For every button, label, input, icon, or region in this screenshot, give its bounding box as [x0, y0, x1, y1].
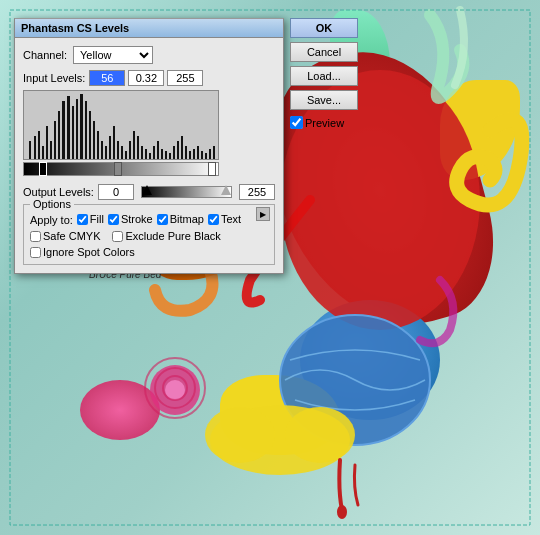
fill-checkbox[interactable]: [77, 214, 88, 225]
svg-rect-35: [117, 141, 119, 160]
exclude-pure-black-label: Exclude Pure Black: [125, 230, 220, 242]
svg-point-10: [285, 407, 355, 463]
svg-rect-55: [197, 146, 199, 160]
svg-rect-22: [62, 101, 65, 160]
channel-row: Channel: Yellow Cyan Magenta Black: [23, 46, 275, 64]
safe-cmyk-checkbox[interactable]: [30, 231, 41, 242]
preview-label: Preview: [305, 117, 344, 129]
input-level-1[interactable]: 56: [89, 70, 125, 86]
bitmap-checkbox-item: Bitmap: [157, 213, 204, 225]
dialog-title: Phantasm CS Levels: [15, 19, 283, 38]
safe-cmyk-item: Safe CMYK: [30, 230, 100, 242]
output-slider[interactable]: [141, 186, 232, 198]
svg-rect-19: [50, 141, 52, 160]
svg-rect-58: [209, 149, 211, 160]
slider-thumb-black[interactable]: [39, 162, 47, 176]
bitmap-checkbox[interactable]: [157, 214, 168, 225]
stroke-checkbox[interactable]: [108, 214, 119, 225]
dialog-content: Channel: Yellow Cyan Magenta Black Input…: [15, 38, 283, 273]
svg-rect-32: [105, 146, 107, 160]
input-slider[interactable]: [23, 162, 219, 176]
svg-rect-43: [149, 153, 151, 160]
output-level-2[interactable]: [239, 184, 275, 200]
svg-rect-49: [173, 146, 175, 160]
load-button[interactable]: Load...: [290, 66, 358, 86]
svg-rect-27: [85, 101, 87, 160]
svg-rect-56: [201, 151, 203, 160]
svg-rect-50: [177, 141, 179, 160]
exclude-pure-black-checkbox[interactable]: [112, 231, 123, 242]
preview-checkbox[interactable]: [290, 116, 303, 129]
fill-label: Fill: [90, 213, 104, 225]
svg-rect-28: [89, 111, 91, 160]
svg-rect-36: [121, 146, 123, 160]
svg-rect-25: [76, 99, 78, 160]
button-panel: OK Cancel Load... Save... Preview: [290, 18, 358, 129]
svg-rect-24: [72, 106, 74, 160]
output-thumb-white[interactable]: [221, 185, 231, 195]
svg-rect-29: [93, 121, 95, 160]
save-button[interactable]: Save...: [290, 90, 358, 110]
channel-select[interactable]: Yellow Cyan Magenta Black: [73, 46, 153, 64]
svg-rect-17: [42, 146, 44, 160]
svg-rect-40: [137, 136, 139, 160]
text-label: Text: [221, 213, 241, 225]
dialog: Phantasm CS Levels Channel: Yellow Cyan …: [14, 18, 284, 274]
svg-rect-54: [193, 149, 195, 160]
output-thumb-black[interactable]: [142, 185, 152, 195]
svg-rect-14: [29, 141, 31, 160]
svg-rect-52: [185, 146, 187, 160]
safe-cmyk-label: Safe CMYK: [43, 230, 100, 242]
text-checkbox-item: Text: [208, 213, 241, 225]
svg-rect-47: [165, 151, 167, 160]
svg-point-11: [337, 505, 347, 519]
svg-rect-38: [129, 141, 131, 160]
input-levels-row: Input Levels: 56 0.32 255: [23, 70, 275, 86]
options-section: Options ▶ Apply to: Fill Stroke Bitmap: [23, 204, 275, 265]
fill-checkbox-item: Fill: [77, 213, 104, 225]
svg-rect-21: [58, 111, 60, 160]
svg-rect-23: [67, 96, 70, 160]
svg-rect-30: [97, 131, 99, 160]
svg-rect-16: [38, 131, 40, 160]
svg-rect-44: [153, 146, 155, 160]
channel-label: Channel:: [23, 49, 67, 61]
svg-rect-53: [189, 151, 191, 160]
text-checkbox[interactable]: [208, 214, 219, 225]
input-levels-label: Input Levels:: [23, 72, 85, 84]
svg-rect-39: [133, 131, 135, 160]
ignore-spot-colors-checkbox[interactable]: [30, 247, 41, 258]
slider-thumb-mid[interactable]: [114, 162, 122, 176]
apply-row: Apply to: Fill Stroke Bitmap Text: [30, 213, 268, 227]
svg-rect-31: [101, 141, 103, 160]
svg-rect-51: [181, 136, 183, 160]
input-level-3[interactable]: 255: [167, 70, 203, 86]
svg-rect-20: [54, 121, 56, 160]
bitmap-label: Bitmap: [170, 213, 204, 225]
stroke-checkbox-item: Stroke: [108, 213, 153, 225]
svg-rect-45: [157, 141, 159, 160]
safe-cmyk-row: Safe CMYK Exclude Pure Black: [30, 230, 268, 244]
svg-rect-57: [205, 153, 207, 160]
svg-point-9: [205, 407, 275, 463]
svg-rect-33: [109, 136, 111, 160]
svg-rect-59: [213, 146, 215, 160]
cancel-button[interactable]: Cancel: [290, 42, 358, 62]
svg-rect-18: [46, 126, 48, 160]
svg-rect-46: [161, 149, 163, 160]
output-level-1[interactable]: [98, 184, 134, 200]
preview-row: Preview: [290, 116, 358, 129]
ignore-spot-colors-item: Ignore Spot Colors: [30, 246, 264, 258]
ok-button[interactable]: OK: [290, 18, 358, 38]
svg-rect-34: [113, 126, 115, 160]
apply-to-label: Apply to:: [30, 214, 73, 226]
svg-rect-48: [169, 153, 171, 160]
stroke-label: Stroke: [121, 213, 153, 225]
histogram-svg: [24, 91, 219, 160]
svg-rect-41: [141, 146, 143, 160]
ignore-spot-colors-label: Ignore Spot Colors: [43, 246, 135, 258]
svg-rect-42: [145, 149, 147, 160]
options-arrow[interactable]: ▶: [256, 207, 270, 221]
slider-thumb-white[interactable]: [208, 162, 216, 176]
input-level-2[interactable]: 0.32: [128, 70, 164, 86]
